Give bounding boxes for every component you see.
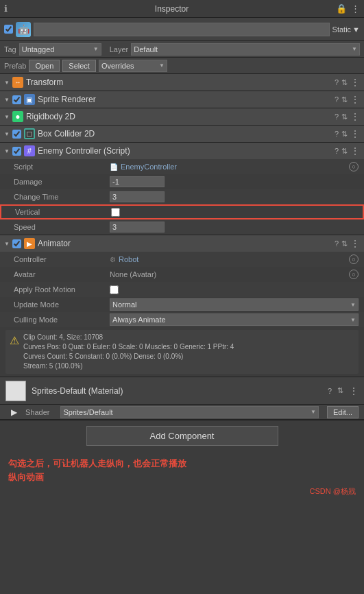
enemy-controller-help-icon[interactable]: ?	[335, 147, 339, 155]
update-mode-label: Update Mode	[14, 300, 110, 309]
box-collider2d-menu-icon[interactable]: ⋮	[350, 128, 360, 139]
static-badge: Static ▼	[332, 25, 360, 34]
box-collider2d-settings-icon[interactable]: ⇅	[341, 130, 348, 139]
animator-help-icon[interactable]: ?	[335, 239, 339, 248]
transform-name: Transform	[26, 78, 332, 87]
select-button[interactable]: Select	[62, 60, 96, 72]
tag-dropdown[interactable]: Untagged	[19, 43, 101, 56]
damage-input[interactable]	[110, 176, 165, 187]
vertical-prop-row: Vertical	[0, 204, 364, 219]
script-link-text[interactable]: EnemyController	[121, 163, 177, 171]
layer-dropdown[interactable]: Default	[131, 43, 360, 56]
enemy-controller-menu-icon[interactable]: ⋮	[350, 145, 360, 156]
transform-header[interactable]: ↔ Transform ? ⇅ ⋮	[0, 74, 364, 91]
enemy-controller-icon: #	[24, 145, 35, 156]
avatar-label: Avatar	[14, 270, 110, 278]
material-help-icon[interactable]: ?	[328, 387, 332, 395]
script-prop-row: Script 📄 EnemyController ○	[0, 159, 364, 174]
avatar-text: None (Avatar)	[110, 270, 156, 278]
sprite-renderer-section: ▣ Sprite Renderer ? ⇅ ⋮	[0, 91, 364, 108]
box-collider2d-header[interactable]: □ Box Collider 2D ? ⇅ ⋮	[0, 126, 364, 142]
animator-settings-icon[interactable]: ⇅	[341, 239, 348, 248]
culling-mode-dropdown[interactable]: Always Animate Cull Update Transforms Cu…	[110, 313, 359, 326]
vertical-checkbox[interactable]	[111, 208, 120, 217]
shader-expand-icon[interactable]: ▶	[11, 407, 17, 417]
avatar-pick-icon[interactable]: ○	[349, 270, 359, 279]
controller-pick-icon[interactable]: ○	[349, 254, 359, 264]
object-name-input[interactable]: Bot	[34, 23, 330, 36]
animator-name: Animator	[38, 239, 332, 248]
rigidbody2d-section: ● Rigidbody 2D ? ⇅ ⋮	[0, 108, 364, 126]
header-icons: 🔒 ⋮	[336, 3, 360, 14]
sprite-renderer-settings-icon[interactable]: ⇅	[341, 95, 348, 104]
rigidbody2d-help-icon[interactable]: ?	[335, 112, 339, 121]
update-mode-dropdown-wrapper: Normal AnimatePhysics UnscaledTime	[110, 298, 359, 311]
static-dropdown-icon[interactable]: ▼	[352, 25, 360, 34]
change-time-prop-row: Change Time	[0, 189, 364, 204]
sprite-renderer-header[interactable]: ▣ Sprite Renderer ? ⇅ ⋮	[0, 91, 364, 108]
update-mode-prop-row: Update Mode Normal AnimatePhysics Unscal…	[0, 297, 364, 312]
script-label: Script	[14, 163, 110, 171]
enemy-controller-name: Enemy Controller (Script)	[38, 146, 332, 156]
rigidbody2d-name: Rigidbody 2D	[26, 112, 332, 121]
transform-settings-icon[interactable]: ⇅	[341, 78, 348, 87]
speed-label: Speed	[14, 223, 110, 231]
inspector-panel: ℹ Inspector 🔒 ⋮ 🤖 Bot Static ▼ Tag Untag…	[0, 0, 364, 594]
enemy-controller-checkbox[interactable]	[12, 147, 21, 156]
sprite-renderer-help-icon[interactable]: ?	[335, 95, 339, 104]
script-file-icon: 📄	[110, 163, 118, 171]
enemy-controller-header[interactable]: # Enemy Controller (Script) ? ⇅ ⋮	[0, 143, 364, 159]
inspector-title: Inspector	[8, 4, 336, 14]
update-mode-dropdown[interactable]: Normal AnimatePhysics UnscaledTime	[110, 298, 359, 311]
culling-mode-dropdown-wrapper: Always Animate Cull Update Transforms Cu…	[110, 313, 359, 326]
damage-label: Damage	[14, 178, 110, 186]
rigidbody2d-settings-icon[interactable]: ⇅	[341, 112, 348, 121]
apply-root-motion-label: Apply Root Motion	[14, 285, 110, 294]
shader-dropdown-wrapper: Sprites/Default	[60, 406, 318, 418]
transform-help-icon[interactable]: ?	[335, 78, 339, 86]
material-settings-icon[interactable]: ⇅	[337, 386, 343, 395]
animator-header[interactable]: ▶ Animator ? ⇅ ⋮	[0, 235, 364, 252]
speed-input[interactable]	[110, 222, 165, 233]
add-component-button[interactable]: Add Component	[86, 426, 278, 446]
inspector-header: ℹ Inspector 🔒 ⋮	[0, 0, 364, 18]
tag-dropdown-wrapper: Untagged	[19, 43, 101, 56]
enemy-controller-settings-icon[interactable]: ⇅	[341, 147, 348, 156]
menu-icon[interactable]: ⋮	[351, 3, 360, 14]
transform-menu-icon[interactable]: ⋮	[350, 77, 360, 88]
object-active-checkbox[interactable]	[4, 25, 13, 34]
avatar-prop-row: Avatar None (Avatar) ○	[0, 267, 364, 282]
transform-section: ↔ Transform ? ⇅ ⋮	[0, 74, 364, 91]
material-preview	[5, 381, 26, 401]
shader-row: ▶ Shader Sprites/Default Edit...	[0, 405, 364, 420]
shader-edit-button[interactable]: Edit...	[327, 406, 359, 418]
controller-link-text[interactable]: Robot	[119, 255, 138, 263]
prefab-label: Prefab	[4, 62, 26, 70]
vertical-label: Vertical	[15, 208, 111, 216]
material-menu-icon[interactable]: ⋮	[349, 385, 359, 396]
script-pick-icon[interactable]: ○	[349, 162, 359, 171]
sprite-renderer-menu-icon[interactable]: ⋮	[350, 94, 360, 105]
animator-checkbox[interactable]	[12, 239, 21, 248]
damage-prop-row: Damage	[0, 174, 364, 189]
material-section: Sprites-Default (Material) ? ⇅ ⋮ ▶ Shade…	[0, 377, 364, 420]
animator-menu-icon[interactable]: ⋮	[350, 238, 360, 249]
tag-label: Tag	[4, 45, 16, 54]
apply-root-motion-checkbox[interactable]	[110, 285, 119, 294]
tag-layer-row: Tag Untagged Layer Default	[0, 41, 364, 58]
animator-info-box: ⚠ Clip Count: 4, Size: 10708 Curves Pos:…	[5, 330, 359, 374]
open-button[interactable]: Open	[29, 60, 60, 72]
lock-icon[interactable]: 🔒	[336, 3, 347, 14]
rigidbody2d-menu-icon[interactable]: ⋮	[350, 111, 360, 122]
layer-dropdown-wrapper: Default	[131, 43, 360, 56]
shader-dropdown[interactable]: Sprites/Default	[60, 406, 318, 418]
rigidbody2d-header[interactable]: ● Rigidbody 2D ? ⇅ ⋮	[0, 108, 364, 125]
comment-text: 勾选之后，可让机器人走纵向，也会正常播放 纵向动画	[8, 457, 356, 484]
box-collider2d-help-icon[interactable]: ?	[335, 130, 339, 138]
avatar-value: None (Avatar) ○	[110, 270, 359, 279]
change-time-input[interactable]	[110, 191, 165, 202]
sprite-renderer-checkbox[interactable]	[12, 95, 21, 104]
overrides-dropdown[interactable]: Overrides	[99, 60, 167, 72]
box-collider2d-checkbox[interactable]	[12, 130, 21, 139]
controller-prop-row: Controller ⚙ Robot ○	[0, 252, 364, 267]
